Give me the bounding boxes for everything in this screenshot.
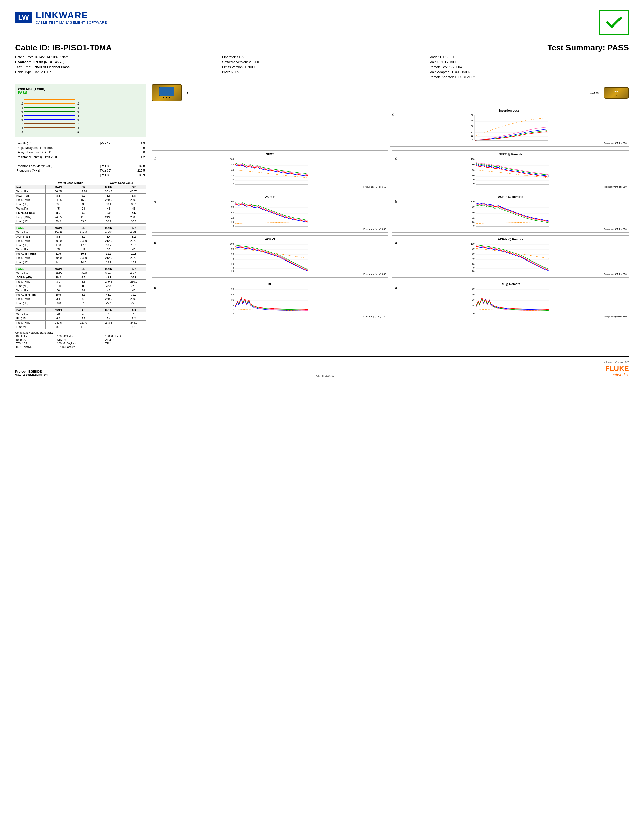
meas-margin-label: Insertion Loss Margin (dB): [15, 164, 98, 168]
footer-right: LinkWare Version 6.2 FLUKE networks.: [602, 361, 629, 377]
stats-col-main-3: MAIN: [46, 226, 71, 230]
device-remote-label: ▲: [607, 94, 625, 96]
chart-rl: RL dB 60 48 36 24 12 0: [151, 280, 388, 320]
chart-rl-xlabel: Frequency (MHz) 350: [157, 315, 386, 318]
stats-row: NEXT (dB)8.60.98.63.8: [15, 194, 147, 198]
network-row-2: 1000BASE-T ATM-25 ATM-51: [16, 338, 146, 341]
net-atm51: ATM-51: [105, 338, 146, 341]
stats-row: Worst Pair45784545: [15, 206, 147, 211]
info-model: Model: DTX-1800: [429, 55, 629, 59]
device-remote: ■ ■ ▲: [604, 87, 629, 99]
svg-text:80: 80: [472, 248, 474, 250]
stats-col-sr-5: SR: [71, 267, 96, 271]
info-limits: Limits Version: 1.7000: [222, 65, 422, 69]
wire-pair-8: 8 8: [18, 126, 144, 129]
stats-row: Limit (dB)14.114.013.713.9: [15, 260, 147, 265]
chart-row-rl: RL dB 60 48 36 24 12 0: [151, 280, 629, 320]
info-headroom: Headroom: 0.9 dB (NEXT 45-78): [15, 60, 215, 64]
chart-rl-remote-svg: 60 48 36 24 12 0: [398, 287, 627, 315]
meas-row-length: Length (m) [Pair 12] 1.9: [15, 141, 147, 146]
stats-row: PS ACR-F (dB)11.010.811.210.8: [15, 252, 147, 256]
svg-text:80: 80: [231, 163, 234, 166]
stats-row: Worst Pair45-3645-3645-3645-36: [15, 230, 147, 235]
wire-line-7: [24, 124, 75, 124]
wire-map-section: Wire Map (T568B) PASS 1 1 2 2 3: [15, 84, 147, 137]
chart-rl-remote-title: RL @ Remote: [394, 283, 627, 286]
svg-text:20: 20: [231, 178, 234, 181]
chart-next-xlabel: Frequency (MHz) 350: [157, 185, 386, 188]
stats-header-row-1: N/A MAIN SR MAIN SR: [15, 185, 147, 189]
svg-text:100: 100: [230, 243, 234, 245]
net-100base-tx: 100BASE-TX: [57, 335, 105, 338]
net-100vg: 100VG-AnyLan: [57, 342, 105, 345]
meas-freq-val: 225.5: [126, 168, 147, 173]
stats-header-row-4: N/A MAIN SR MAIN SR: [15, 308, 147, 312]
logo-subtitle: CABLE TEST MANAGEMENT SOFTWARE: [35, 21, 107, 24]
svg-text:40: 40: [231, 217, 234, 219]
chart-acrn-svg: 100 80 60 40 20 0 -20: [157, 242, 386, 272]
wire-pair-4: 4 4: [18, 114, 144, 117]
checkmark-icon: [605, 14, 623, 31]
stats-row: ACR-N (dB)20.26.343.738.9: [15, 275, 147, 280]
device-main: ▼ ▼ ▼: [151, 84, 182, 101]
chart-acrf-remote-ylabel: dB: [394, 199, 397, 203]
meas-skew-val: 0: [126, 150, 147, 155]
meas-prop-val: 9: [126, 146, 147, 150]
chart-acrn-remote-title: ACR-N @ Remote: [394, 238, 627, 241]
chart-row-acrf: ACR-F dB 100 80 60 40 20 0: [151, 193, 629, 233]
stats-col-main-5: MAIN: [46, 267, 71, 271]
meas-freq-pair2: [Pair 36]: [98, 173, 126, 177]
chart-rl-remote-xlabel: Frequency (MHz) 350: [398, 315, 627, 318]
meas-margin-pair: [Pair 36]: [98, 164, 126, 168]
stats-col-main-7: MAIN: [46, 308, 71, 312]
svg-text:-20: -20: [230, 270, 234, 272]
wire-pair-s: s s: [18, 130, 144, 133]
chart-rl-title: RL: [154, 283, 386, 286]
stats-table-next: N/A MAIN SR MAIN SR Worst Pair36-4545-78…: [15, 185, 147, 224]
stats-header-row-2: PASS MAIN SR MAIN SR: [15, 226, 147, 230]
chart-acrf-title: ACR-F: [154, 195, 386, 199]
stats-row: PS NEXT (dB)8.90.58.94.5: [15, 211, 147, 215]
svg-text:60: 60: [231, 288, 234, 290]
stats-row: Freq. (MHz)249.511.5249.5250.0: [15, 215, 147, 219]
svg-text:12: 12: [472, 308, 474, 311]
svg-text:20: 20: [472, 221, 474, 224]
network-standards: Compliant Network Standards: 10BASE-T 10…: [15, 331, 147, 349]
chart-acrn-title: ACR-N: [154, 238, 386, 241]
meas-skew-label: Delay Skew (ns), Limit 50: [15, 150, 98, 155]
chart-rl-remote: RL @ Remote dB 60 48 36 24 12 0: [392, 280, 629, 320]
meas-pair12-label: [Pair 12]: [98, 141, 126, 146]
stats-row: Limit (dB)8.211.58.18.1: [15, 325, 147, 329]
svg-text:80: 80: [231, 248, 234, 250]
stats-col-main-6: MAIN: [96, 267, 121, 271]
info-nvp: NVP: 69.0%: [222, 70, 422, 74]
network-row-3: ATM-155 100VG-AnyLan TR-4: [16, 342, 146, 345]
stats-row: Freq. (MHz)3.13.5249.5250.0: [15, 297, 147, 301]
svg-text:80: 80: [472, 163, 474, 166]
left-panel: Wire Map (T568B) PASS 1 1 2 2 3: [15, 84, 147, 349]
meas-resist-label: Resistance (ohms), Limit 25.0: [15, 155, 98, 159]
chart-acrn-remote: ACR-N @ Remote dB 100 80 60 40 20 0 -: [392, 235, 629, 278]
test-summary-title: Test Summary: PASS: [547, 43, 629, 53]
svg-marker-1: [187, 92, 189, 94]
chart-insertion-loss: Insertion Loss dB 60 48 36 24 12 0: [390, 106, 629, 147]
meas-spacer: [15, 159, 147, 164]
net-tr4: TR-4: [105, 342, 146, 345]
chart-next: NEXT dB 100 80 60 40 20 0: [151, 150, 388, 190]
meas-prop-label: Prop. Delay (ns), Limit 555: [15, 146, 98, 150]
svg-text:0: 0: [473, 312, 474, 315]
chart-acrf-remote-title: ACR-F @ Remote: [394, 195, 627, 199]
logo-area: LW LINKWARE CABLE TEST MANAGEMENT SOFTWA…: [15, 10, 107, 24]
stats-row: Worst Pair36-4536-7836-4545-78: [15, 271, 147, 275]
wire-line-4: [24, 115, 75, 116]
meas-row-prop: Prop. Delay (ns), Limit 555 9: [15, 146, 147, 150]
stats-row: Limit (dB)33.153.533.133.1: [15, 202, 147, 206]
svg-text:80: 80: [472, 206, 474, 208]
chart-acrn-remote-svg: 100 80 60 40 20 0 -20: [398, 242, 627, 272]
chart-il-title: Insertion Loss: [392, 109, 627, 113]
chart-next-remote-ylabel: dB: [394, 157, 397, 160]
stats-row: Freq. (MHz)249.515.5249.5250.0: [15, 198, 147, 202]
distance-value: 1.9 m: [590, 91, 599, 95]
stats-col-sr-1: SR: [71, 185, 96, 189]
svg-text:60: 60: [472, 211, 474, 214]
